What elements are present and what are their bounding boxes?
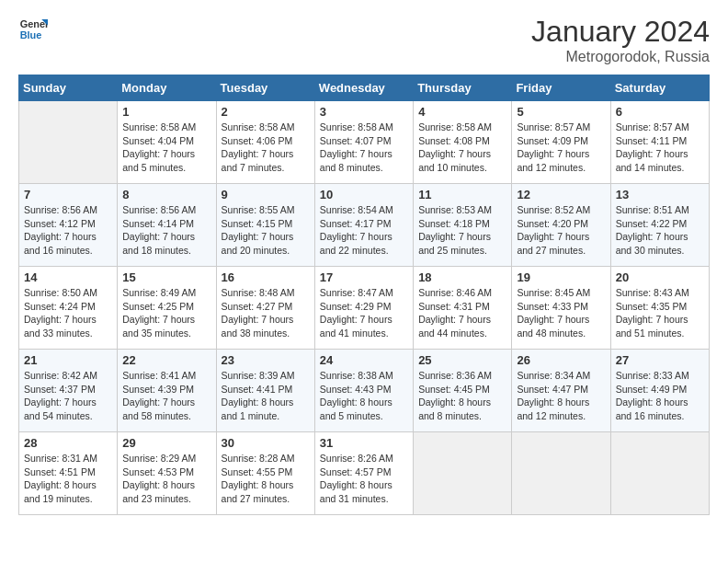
day-cell — [19, 101, 118, 184]
day-number: 29 — [122, 436, 210, 450]
day-info: Sunrise: 8:57 AMSunset: 4:11 PMDaylight:… — [616, 121, 704, 175]
day-info: Sunrise: 8:41 AMSunset: 4:39 PMDaylight:… — [122, 369, 210, 423]
day-cell: 25Sunrise: 8:36 AMSunset: 4:45 PMDayligh… — [414, 350, 512, 432]
day-cell: 14Sunrise: 8:50 AMSunset: 4:24 PMDayligh… — [19, 267, 118, 350]
day-cell: 13Sunrise: 8:51 AMSunset: 4:22 PMDayligh… — [610, 184, 709, 267]
day-info: Sunrise: 8:28 AMSunset: 4:55 PMDaylight:… — [222, 452, 310, 506]
svg-text:Blue: Blue — [20, 29, 42, 40]
day-number: 28 — [24, 436, 112, 450]
day-number: 5 — [517, 105, 605, 119]
day-info: Sunrise: 8:57 AMSunset: 4:09 PMDaylight:… — [517, 121, 605, 175]
day-cell: 26Sunrise: 8:34 AMSunset: 4:47 PMDayligh… — [512, 350, 610, 432]
day-info: Sunrise: 8:38 AMSunset: 4:43 PMDaylight:… — [320, 369, 408, 423]
day-info: Sunrise: 8:52 AMSunset: 4:20 PMDaylight:… — [517, 203, 605, 258]
day-cell: 20Sunrise: 8:43 AMSunset: 4:35 PMDayligh… — [610, 267, 709, 350]
day-cell: 8Sunrise: 8:56 AMSunset: 4:14 PMDaylight… — [118, 184, 216, 267]
day-cell: 1Sunrise: 8:58 AMSunset: 4:04 PMDaylight… — [118, 101, 216, 184]
day-cell: 27Sunrise: 8:33 AMSunset: 4:49 PMDayligh… — [610, 350, 709, 432]
day-number: 17 — [320, 270, 408, 284]
day-cell: 4Sunrise: 8:58 AMSunset: 4:08 PMDaylight… — [414, 101, 512, 184]
day-number: 22 — [122, 353, 210, 367]
day-cell: 28Sunrise: 8:31 AMSunset: 4:51 PMDayligh… — [19, 432, 118, 515]
day-cell: 16Sunrise: 8:48 AMSunset: 4:27 PMDayligh… — [216, 267, 314, 350]
weekday-header-sunday: Sunday — [19, 75, 118, 101]
day-number: 1 — [122, 105, 210, 119]
logo: General Blue — [18, 15, 50, 44]
day-info: Sunrise: 8:26 AMSunset: 4:57 PMDaylight:… — [320, 452, 408, 506]
day-cell: 30Sunrise: 8:28 AMSunset: 4:55 PMDayligh… — [216, 432, 314, 515]
day-number: 24 — [320, 353, 408, 367]
month-title: January 2024 — [531, 15, 710, 49]
day-info: Sunrise: 8:58 AMSunset: 4:06 PMDaylight:… — [222, 121, 310, 175]
day-info: Sunrise: 8:53 AMSunset: 4:18 PMDaylight:… — [418, 203, 506, 258]
day-info: Sunrise: 8:49 AMSunset: 4:25 PMDaylight:… — [122, 286, 210, 340]
day-info: Sunrise: 8:45 AMSunset: 4:33 PMDaylight:… — [517, 286, 605, 340]
day-number: 30 — [222, 436, 310, 450]
day-number: 26 — [517, 353, 605, 367]
day-number: 15 — [122, 270, 210, 284]
day-info: Sunrise: 8:58 AMSunset: 4:08 PMDaylight:… — [418, 121, 506, 175]
day-cell: 29Sunrise: 8:29 AMSunset: 4:53 PMDayligh… — [118, 432, 216, 515]
day-number: 3 — [320, 105, 408, 119]
day-number: 14 — [24, 270, 112, 284]
weekday-header-monday: Monday — [118, 75, 216, 101]
week-row-4: 28Sunrise: 8:31 AMSunset: 4:51 PMDayligh… — [19, 432, 710, 515]
day-info: Sunrise: 8:42 AMSunset: 4:37 PMDaylight:… — [24, 369, 112, 423]
day-number: 12 — [517, 188, 605, 201]
day-info: Sunrise: 8:34 AMSunset: 4:47 PMDaylight:… — [517, 369, 605, 423]
weekday-header-thursday: Thursday — [414, 75, 512, 101]
day-cell — [414, 432, 512, 515]
day-info: Sunrise: 8:46 AMSunset: 4:31 PMDaylight:… — [418, 286, 506, 340]
day-cell: 21Sunrise: 8:42 AMSunset: 4:37 PMDayligh… — [19, 350, 118, 432]
day-info: Sunrise: 8:31 AMSunset: 4:51 PMDaylight:… — [24, 452, 112, 506]
day-cell: 18Sunrise: 8:46 AMSunset: 4:31 PMDayligh… — [414, 267, 512, 350]
location-title: Metrogorodok, Russia — [531, 49, 710, 65]
day-number: 6 — [616, 105, 704, 119]
week-row-3: 21Sunrise: 8:42 AMSunset: 4:37 PMDayligh… — [19, 350, 710, 432]
day-cell: 6Sunrise: 8:57 AMSunset: 4:11 PMDaylight… — [610, 101, 709, 184]
week-row-0: 1Sunrise: 8:58 AMSunset: 4:04 PMDaylight… — [19, 101, 710, 184]
day-cell: 24Sunrise: 8:38 AMSunset: 4:43 PMDayligh… — [314, 350, 413, 432]
page-header: General Blue January 2024 Metrogorodok, … — [18, 15, 710, 65]
title-block: January 2024 Metrogorodok, Russia — [531, 15, 710, 65]
weekday-header-row: SundayMondayTuesdayWednesdayThursdayFrid… — [19, 75, 710, 101]
day-number: 10 — [320, 188, 408, 201]
day-cell: 22Sunrise: 8:41 AMSunset: 4:39 PMDayligh… — [118, 350, 216, 432]
day-info: Sunrise: 8:47 AMSunset: 4:29 PMDaylight:… — [320, 286, 408, 340]
day-cell: 10Sunrise: 8:54 AMSunset: 4:17 PMDayligh… — [314, 184, 413, 267]
day-cell: 15Sunrise: 8:49 AMSunset: 4:25 PMDayligh… — [118, 267, 216, 350]
day-number: 21 — [24, 353, 112, 367]
day-cell: 17Sunrise: 8:47 AMSunset: 4:29 PMDayligh… — [314, 267, 413, 350]
day-info: Sunrise: 8:43 AMSunset: 4:35 PMDaylight:… — [616, 286, 704, 340]
day-number: 23 — [222, 353, 310, 367]
day-info: Sunrise: 8:51 AMSunset: 4:22 PMDaylight:… — [616, 203, 704, 258]
day-info: Sunrise: 8:33 AMSunset: 4:49 PMDaylight:… — [616, 369, 704, 423]
day-number: 31 — [320, 436, 408, 450]
day-number: 16 — [222, 270, 310, 284]
day-number: 27 — [616, 353, 704, 367]
day-cell: 2Sunrise: 8:58 AMSunset: 4:06 PMDaylight… — [216, 101, 314, 184]
day-number: 4 — [418, 105, 506, 119]
day-info: Sunrise: 8:48 AMSunset: 4:27 PMDaylight:… — [222, 286, 310, 340]
day-cell: 19Sunrise: 8:45 AMSunset: 4:33 PMDayligh… — [512, 267, 610, 350]
day-cell: 12Sunrise: 8:52 AMSunset: 4:20 PMDayligh… — [512, 184, 610, 267]
day-info: Sunrise: 8:56 AMSunset: 4:14 PMDaylight:… — [122, 203, 210, 258]
day-cell: 3Sunrise: 8:58 AMSunset: 4:07 PMDaylight… — [314, 101, 413, 184]
calendar-page: General Blue January 2024 Metrogorodok, … — [0, 0, 728, 563]
weekday-header-saturday: Saturday — [610, 75, 709, 101]
weekday-header-wednesday: Wednesday — [314, 75, 413, 101]
day-number: 7 — [24, 188, 112, 201]
weekday-header-tuesday: Tuesday — [216, 75, 314, 101]
day-info: Sunrise: 8:54 AMSunset: 4:17 PMDaylight:… — [320, 203, 408, 258]
day-number: 8 — [122, 188, 210, 201]
day-cell: 5Sunrise: 8:57 AMSunset: 4:09 PMDaylight… — [512, 101, 610, 184]
day-info: Sunrise: 8:58 AMSunset: 4:04 PMDaylight:… — [122, 121, 210, 175]
week-row-2: 14Sunrise: 8:50 AMSunset: 4:24 PMDayligh… — [19, 267, 710, 350]
weekday-header-friday: Friday — [512, 75, 610, 101]
day-info: Sunrise: 8:50 AMSunset: 4:24 PMDaylight:… — [24, 286, 112, 340]
day-info: Sunrise: 8:29 AMSunset: 4:53 PMDaylight:… — [122, 452, 210, 506]
logo-icon: General Blue — [18, 15, 48, 44]
day-number: 9 — [222, 188, 310, 201]
day-info: Sunrise: 8:36 AMSunset: 4:45 PMDaylight:… — [418, 369, 506, 423]
day-number: 20 — [616, 270, 704, 284]
